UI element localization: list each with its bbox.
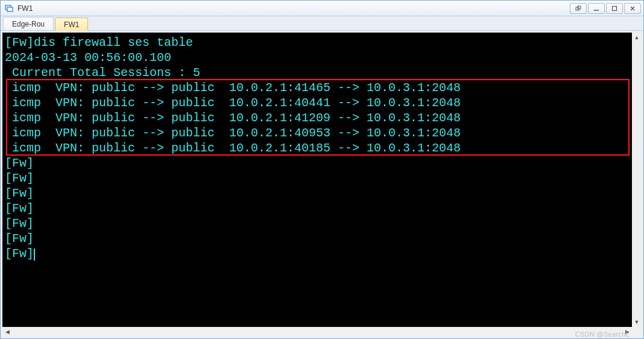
close-button[interactable] bbox=[624, 3, 641, 14]
scroll-up-arrow-icon[interactable]: ▲ bbox=[632, 33, 642, 42]
app-window: FW1 Edge-Rou FW1 [Fw]dis firewall ses ta… bbox=[0, 0, 644, 339]
terminal-wrap: [Fw]dis firewall ses table 2024-03-13 00… bbox=[1, 31, 643, 338]
window-title: FW1 bbox=[17, 4, 33, 13]
popout-button[interactable] bbox=[570, 3, 587, 14]
tab-label: FW1 bbox=[64, 21, 79, 29]
tab-edge-rou[interactable]: Edge-Rou bbox=[3, 17, 54, 30]
svg-rect-5 bbox=[613, 6, 617, 10]
horizontal-scrollbar[interactable]: ◀ ▶ bbox=[2, 327, 642, 337]
maximize-button[interactable] bbox=[606, 3, 623, 14]
terminal-container: [Fw]dis firewall ses table 2024-03-13 00… bbox=[2, 33, 642, 327]
scroll-left-arrow-icon[interactable]: ◀ bbox=[2, 327, 12, 337]
svg-rect-1 bbox=[7, 7, 13, 11]
scroll-track[interactable] bbox=[632, 42, 642, 317]
tab-label: Edge-Rou bbox=[12, 20, 45, 28]
scroll-down-arrow-icon[interactable]: ▼ bbox=[632, 317, 642, 327]
titlebar[interactable]: FW1 bbox=[1, 1, 643, 16]
minimize-button[interactable] bbox=[588, 3, 605, 14]
app-icon bbox=[4, 4, 14, 13]
watermark: CSDN @SearchL bbox=[575, 331, 630, 338]
tab-fw1[interactable]: FW1 bbox=[55, 17, 88, 31]
scrollbar-corner bbox=[632, 327, 642, 337]
vertical-scrollbar[interactable]: ▲ ▼ bbox=[632, 33, 642, 327]
tab-bar: Edge-Rou FW1 bbox=[1, 16, 643, 31]
terminal[interactable]: [Fw]dis firewall ses table 2024-03-13 00… bbox=[2, 33, 642, 261]
